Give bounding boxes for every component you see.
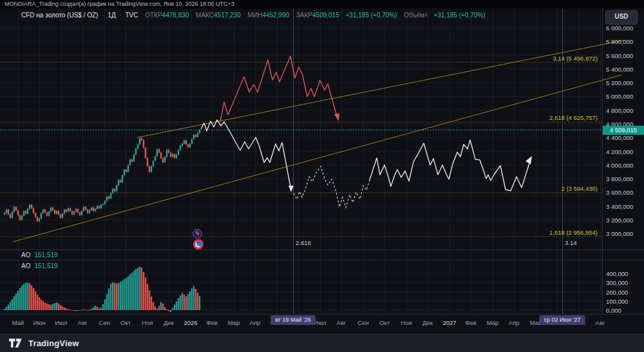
ao-axis-label: 100,000 (606, 297, 628, 304)
footer-bar: TradingView (0, 334, 644, 352)
close-label: ЗАКР (296, 12, 312, 19)
indicator-name[interactable]: AO (21, 251, 30, 259)
price-axis-label: 4 000,000 (606, 161, 633, 168)
time-axis-tick[interactable]: Мар (487, 319, 499, 326)
price-axis-label: 5 200,000 (606, 79, 633, 86)
event-date-tag[interactable]: ср 02 Июн '27 (540, 315, 585, 325)
price-axis-label: 5 600,000 (606, 52, 633, 59)
price-axis-label: 3 800,000 (606, 175, 633, 182)
time-axis-tick[interactable]: Май (12, 319, 24, 326)
time-axis-tick[interactable]: Окт (120, 319, 131, 326)
price-axis-label: 4 800,000 (606, 106, 633, 113)
change-value: +31,185 (+0,70%) (346, 12, 397, 19)
symbol-title[interactable]: CFD на золото (US$ / OZ) (21, 12, 98, 19)
price-axis-label: 5 800,000 (606, 38, 633, 45)
time-axis-tick[interactable]: Апр (250, 319, 261, 326)
tradingview-logo-icon[interactable] (9, 338, 23, 348)
snapshot-attribution-bar: MONDIARA_Trading создал(а) график на Tra… (0, 0, 644, 8)
event-date-tag[interactable]: вт 19 Май '26 (270, 315, 316, 325)
time-axis-tick[interactable]: Ноя (142, 319, 153, 326)
time-axis-tick[interactable]: Авг (596, 319, 605, 326)
indicator-name[interactable]: AO (21, 262, 30, 269)
ao-axis-label: 300,000 (606, 279, 628, 286)
interval-label[interactable]: 1Д (108, 12, 115, 19)
volume-label[interactable]: Объём (404, 12, 424, 19)
low-label: МИН (248, 12, 263, 19)
price-axis-label: 6 000,000 (606, 24, 633, 32)
time-axis-tick[interactable]: Фев (465, 319, 477, 326)
time-axis-tick[interactable]: Авг (337, 319, 346, 326)
time-axis-tick[interactable]: Ноя (401, 319, 412, 326)
legend-separator: · (102, 12, 104, 19)
price-axis-label: 3 000,000 (606, 230, 633, 237)
price-axis-label: 3 400,000 (606, 202, 633, 210)
symbol-legend[interactable]: CFD на золото (US$ / OZ) · 1Д · TVC ОТКР… (21, 12, 486, 19)
sphere-icon[interactable] (193, 239, 204, 249)
tradingview-brand-text[interactable]: TradingView (28, 338, 79, 348)
fib-time-label: 3.14 (565, 239, 577, 246)
currency-button[interactable]: USD (605, 10, 638, 24)
time-axis-tick[interactable]: Окт (379, 319, 390, 326)
lightning-icon[interactable]: ϟ (193, 229, 202, 239)
time-axis-tick[interactable]: Сен (99, 319, 109, 326)
chart-canvas[interactable] (0, 0, 644, 352)
time-axis-tick[interactable]: Мар (228, 319, 240, 326)
volume-flag: 1 (424, 12, 427, 17)
fib-level-label: 3,14 (5 496,872) (553, 55, 598, 62)
indicator-legend-ao-2[interactable]: AO151,519 (21, 262, 58, 269)
high-value: 4517,230 (214, 12, 241, 19)
last-price-tag: 4 509,015 (603, 126, 644, 135)
fib-level-label: 1,618 (2 956,954) (549, 229, 598, 236)
price-axis-label: 4 400,000 (606, 134, 633, 141)
time-axis-tick[interactable]: Июн (33, 319, 45, 326)
indicator-value: 151,519 (34, 262, 57, 269)
price-axis-label: 3 200,000 (606, 217, 633, 224)
sphere-icon-inner (195, 241, 202, 248)
fib-time-label: 2.618 (296, 239, 311, 246)
time-axis-tick[interactable]: Июл (314, 319, 326, 326)
open-value: 4478,830 (162, 12, 189, 19)
ao-axis-label: 400,000 (606, 270, 628, 277)
snapshot-title: MONDIARA_Trading создал(а) график на Tra… (5, 1, 234, 7)
time-axis-tick[interactable]: Дек (422, 319, 433, 326)
ao-axis-label: 200,000 (606, 288, 628, 295)
fib-level-label: 2 (3 594,436) (561, 185, 598, 192)
time-axis-tick[interactable]: Дек (164, 319, 174, 326)
exchange-label: TVC (125, 12, 138, 19)
fib-level-label: 2,618 (4 625,757) (549, 114, 598, 121)
volume-change-value: +31,185 (+0,70%) (433, 12, 485, 19)
time-axis-tick[interactable]: Сен (357, 319, 368, 326)
price-axis-label: 4 200,000 (606, 148, 633, 155)
low-value: 4452,990 (262, 12, 289, 19)
tradingview-chart-window: MONDIARA_Trading создал(а) график на Tra… (0, 0, 644, 352)
open-label: ОТКР (145, 12, 162, 19)
time-axis-tick[interactable]: Авг (78, 319, 88, 326)
high-label: МАКС (196, 12, 214, 19)
time-axis-tick[interactable]: 2026 (184, 319, 197, 326)
price-axis-label: 3 600,000 (606, 189, 633, 196)
ao-axis-label: 0,000 (606, 307, 621, 314)
price-axis-label: 5 000,000 (606, 93, 633, 100)
time-axis-tick[interactable]: Июл (55, 319, 67, 326)
time-axis-tick[interactable]: 2027 (442, 319, 456, 326)
time-axis-tick[interactable]: Апр (509, 319, 520, 326)
time-axis-tick[interactable]: Фев (206, 319, 218, 326)
price-axis-label: 5 400,000 (606, 65, 633, 72)
indicator-legend-ao-1[interactable]: AO151,519 (21, 251, 58, 259)
indicator-value: 151,519 (34, 251, 57, 259)
close-value: 4509,015 (312, 12, 339, 19)
legend-separator: · (119, 12, 121, 19)
